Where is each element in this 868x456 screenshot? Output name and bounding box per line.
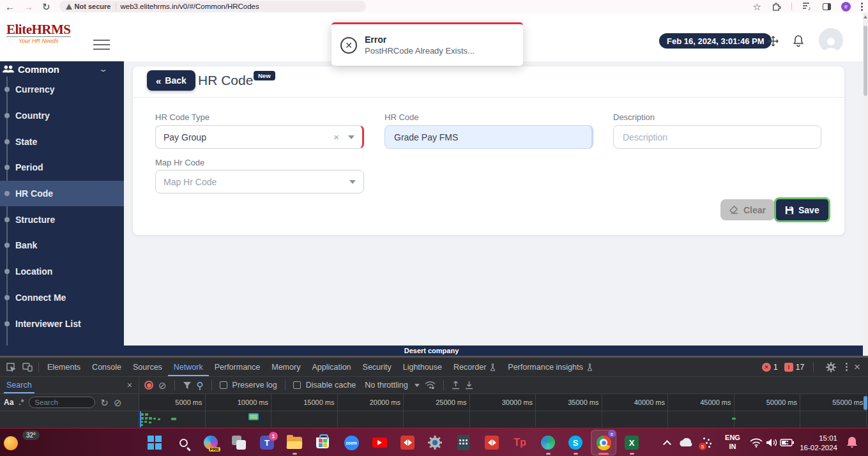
throttling-caret-icon[interactable] (415, 384, 420, 387)
reload-icon[interactable]: ↻ (42, 2, 50, 11)
throttling-select[interactable]: No throttling (365, 381, 407, 390)
export-har-icon[interactable] (465, 381, 473, 390)
side-panel-icon[interactable] (823, 3, 831, 10)
match-case-button[interactable]: Aa (4, 398, 13, 407)
tab-security[interactable]: Security (357, 358, 397, 376)
edge-icon[interactable] (538, 432, 558, 453)
search-pane-close-icon[interactable]: × (127, 380, 135, 390)
dropdown-caret-icon[interactable] (349, 180, 356, 184)
devtools-menu-icon[interactable] (846, 363, 848, 371)
back-button[interactable]: « Back (147, 70, 195, 91)
preserve-log-checkbox[interactable] (220, 381, 227, 389)
tab-console[interactable]: Console (86, 358, 127, 376)
sidebar-item-connect-me[interactable]: Connect Me (0, 285, 124, 311)
youtube-icon[interactable] (369, 432, 390, 453)
refresh-search-icon[interactable]: ↻ (100, 398, 109, 407)
disable-cache-checkbox[interactable] (293, 381, 301, 389)
address-bar[interactable]: Not secure web3.elitehrms.in/v0/#/Common… (59, 1, 366, 12)
language-indicator[interactable]: ENGIN (720, 432, 745, 453)
import-har-icon[interactable] (452, 381, 460, 390)
tray-chevron-up-icon[interactable] (657, 432, 677, 453)
save-button[interactable]: Save (774, 197, 830, 222)
forward-icon[interactable]: → (24, 2, 33, 11)
taskbar-search-icon[interactable] (173, 432, 194, 453)
user-avatar[interactable] (819, 28, 843, 52)
network-conditions-icon[interactable] (425, 381, 436, 390)
microsoft-store-icon[interactable] (312, 432, 333, 453)
extensions-icon[interactable] (772, 2, 781, 11)
tab-application[interactable]: Application (306, 358, 356, 376)
sidebar-item-country[interactable]: Country (0, 103, 124, 129)
sidebar-item-location[interactable]: Location (0, 259, 124, 285)
sidebar-item-interviewer-list[interactable]: Interviewer List (0, 310, 124, 337)
clear-button[interactable]: Clear (720, 199, 775, 220)
diamond-app-icon[interactable] (397, 432, 418, 453)
media-playlist-icon[interactable]: ♪ (802, 2, 812, 11)
tab-performance[interactable]: Performance (209, 358, 266, 376)
url-text[interactable]: web3.elitehrms.in/v0/#/Common/HRCodes (120, 3, 259, 10)
task-view-icon[interactable] (229, 432, 249, 453)
network-search-icon[interactable]: ⚲ (197, 381, 204, 390)
settings-gear-icon[interactable] (425, 432, 445, 453)
profile-avatar[interactable]: e (841, 2, 851, 11)
tab-recorder[interactable]: Recorder (448, 358, 502, 376)
description-input[interactable] (621, 132, 813, 143)
sidebar-item-period[interactable]: Period (0, 155, 124, 181)
tab-elements[interactable]: Elements (42, 358, 86, 376)
tab-sources[interactable]: Sources (127, 358, 168, 376)
sidebar-item-bank[interactable]: Bank (0, 232, 124, 259)
weather-sun-icon[interactable] (4, 436, 18, 450)
excel-icon[interactable]: X (621, 432, 642, 453)
taskbar-clock[interactable]: 15:01 16-02-2024 (800, 434, 837, 453)
chrome-icon[interactable]: e (593, 432, 614, 453)
sidebar-item-hr-code[interactable]: HR Code (0, 181, 124, 207)
sidebar-item-state[interactable]: State (0, 128, 124, 155)
devtools-settings-gear-icon[interactable] (823, 362, 839, 372)
device-toolbar-icon[interactable] (19, 358, 36, 376)
hr-code-type-select[interactable]: Pay Group × (155, 125, 364, 149)
page-scrollbar-thumb[interactable] (864, 26, 867, 96)
browser-menu-icon[interactable] (861, 3, 863, 11)
issues-badge[interactable]: ! 17 (784, 363, 804, 372)
sidebar-item-currency[interactable]: Currency (0, 77, 124, 103)
devtools-search-input[interactable] (29, 397, 95, 408)
elitehrms-logo[interactable]: EliteHRMS Your HR Needs (6, 22, 71, 44)
tab-lighthouse[interactable]: Lighthouse (397, 358, 448, 376)
sidebar-item-structure[interactable]: Structure (0, 206, 124, 232)
back-icon[interactable]: ← (5, 2, 15, 11)
zoom-icon[interactable]: zoom (341, 432, 362, 453)
weather-temp-badge[interactable]: 32° (22, 430, 40, 440)
error-close-icon[interactable]: ✕ (340, 37, 357, 54)
network-overview-strip[interactable] (139, 411, 868, 427)
notifications-bell-icon[interactable] (791, 34, 805, 48)
dropdown-caret-icon[interactable] (348, 135, 354, 139)
inspect-element-icon[interactable] (3, 358, 19, 376)
devtools-close-icon[interactable]: × (854, 361, 860, 372)
sidebar-item-question[interactable]: Question (0, 337, 124, 346)
copilot-icon[interactable]: PRE (201, 432, 221, 453)
bookmark-star-icon[interactable]: ☆ (753, 2, 761, 11)
not-secure-chip[interactable]: Not secure (66, 3, 117, 10)
clear-search-icon[interactable]: ⊘ (114, 398, 122, 407)
move-resize-icon[interactable] (766, 34, 780, 48)
battery-icon[interactable] (777, 432, 797, 453)
record-network-icon[interactable] (144, 381, 153, 390)
tab-network[interactable]: Network (168, 358, 209, 376)
tp-app-icon[interactable]: Tp (510, 432, 530, 453)
map-hr-code-select[interactable]: Map Hr Code (155, 170, 364, 194)
windows-start-icon[interactable] (144, 432, 165, 453)
clear-selection-icon[interactable]: × (333, 132, 339, 142)
tray-app-notification-icon[interactable]: 5 (696, 432, 717, 453)
calculator-icon[interactable] (453, 432, 473, 453)
onedrive-cloud-icon[interactable] (676, 432, 696, 453)
search-panel-tab[interactable]: Search (4, 377, 34, 393)
skype-icon[interactable]: S (565, 432, 586, 453)
sidebar-section-common[interactable]: Common ⌄ (0, 61, 124, 77)
diamond-app-icon[interactable] (482, 432, 502, 453)
error-toast[interactable]: ✕ Error PostHRCode Already Exists... (331, 22, 523, 66)
console-error-badge[interactable]: ✕ 1 (762, 363, 778, 372)
hr-code-input[interactable] (393, 132, 584, 143)
notification-bell-icon[interactable] (842, 432, 862, 453)
scrollbar-up-arrow[interactable] (864, 15, 867, 19)
devtools-scrollbar-thumb[interactable] (864, 396, 867, 410)
